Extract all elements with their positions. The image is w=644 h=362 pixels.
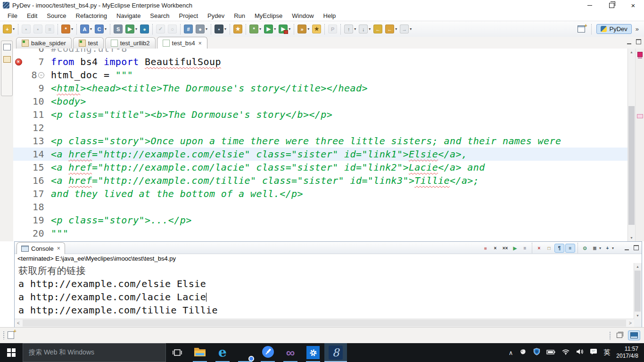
forward-icon[interactable]: →▾ (398, 24, 413, 34)
annotation-column[interactable]: × (13, 55, 24, 68)
code-line[interactable]: <a href="http://example.com/elsie" class… (48, 148, 467, 160)
code-line[interactable]: from bs4 import BeautifulSoup (48, 56, 221, 67)
tab-console[interactable]: Console × (17, 242, 65, 254)
dropdown-arrow-icon[interactable]: ▾ (105, 27, 107, 31)
ime-indicator[interactable]: 英 (603, 348, 610, 357)
dropdown-arrow-icon[interactable]: ▾ (90, 27, 92, 31)
annotation-column[interactable] (13, 214, 24, 227)
trim-drag-handle[interactable] (609, 331, 611, 340)
run-as-icon[interactable]: »▾ (296, 24, 311, 34)
dropdown-arrow-icon[interactable]: ▾ (71, 27, 73, 31)
code-line[interactable]: <a href="http://example.com/tillie" clas… (48, 175, 479, 186)
wifi-icon[interactable] (561, 348, 570, 357)
relaunch-icon[interactable]: ▶ (511, 244, 520, 252)
camera-icon[interactable]: ▪▾ (213, 24, 228, 34)
notification-icon[interactable] (590, 348, 597, 357)
fold-collapse-icon[interactable]: − (38, 72, 44, 78)
toolbar-overflow-button[interactable]: » (635, 25, 640, 33)
new-class-icon[interactable]: C▾ (93, 24, 108, 34)
run-last-icon[interactable]: ▶▾ (277, 24, 292, 34)
code-row[interactable]: 19<p class="story">...</p> (13, 214, 628, 227)
remove-launch-icon[interactable]: × (491, 244, 500, 252)
annotation-column[interactable] (13, 161, 24, 174)
annotation-column[interactable] (13, 82, 24, 95)
run-icon[interactable]: ▶▾ (263, 24, 277, 34)
debug-icon[interactable]: *▾ (248, 24, 263, 34)
scroll-down-icon[interactable]: ▼ (628, 234, 635, 241)
console-fastview-button[interactable] (628, 330, 640, 340)
code-row[interactable]: ×7from bs4 import BeautifulSoup (13, 55, 628, 68)
console-tab-close-icon[interactable]: × (57, 245, 60, 252)
taskbar-app-settings[interactable] (302, 343, 324, 362)
previous-annotation-icon[interactable]: ↑▾ (343, 24, 357, 34)
menu-window[interactable]: Window (287, 11, 318, 20)
minimize-window-icon[interactable] (579, 0, 601, 10)
taskbar-app-pencil-app[interactable] (256, 343, 279, 362)
tab-test_urllib2[interactable]: test_urllib2 (105, 37, 156, 49)
report-design-icon[interactable]: # (182, 24, 194, 34)
scroll-up-icon[interactable]: ▲ (628, 49, 635, 56)
dropdown-arrow-icon[interactable]: ▾ (224, 27, 226, 31)
code-row[interactable]: 14<a href="http://example.com/elsie" cla… (13, 148, 628, 161)
dropdown-arrow-icon[interactable]: ▾ (612, 246, 614, 250)
code-row[interactable]: 11<p class="title"><b>The Dormouse's sto… (13, 108, 628, 121)
dropdown-arrow-icon[interactable]: ▾ (354, 27, 356, 31)
menu-source[interactable]: Source (42, 11, 71, 20)
code-line[interactable]: <a href="http://example.com/lacie" class… (48, 162, 485, 173)
dropdown-arrow-icon[interactable]: ▾ (307, 27, 309, 31)
remove-all-launches-icon[interactable]: ×× (501, 244, 510, 252)
annotation-column[interactable] (13, 68, 24, 82)
scrollbar-thumb[interactable] (23, 320, 626, 327)
new-web-project-icon[interactable]: A▾ (79, 24, 93, 34)
code-line[interactable]: #coding:utf-8 (48, 49, 127, 54)
taskbar-app-visual-studio[interactable]: ∞ (279, 343, 302, 362)
scrollbar-thumb[interactable] (635, 271, 641, 312)
task-view-button[interactable] (166, 343, 189, 362)
code-line[interactable]: and they lived at the bottom of a well.<… (48, 188, 303, 199)
code-row[interactable]: 18 (13, 200, 628, 214)
web-browser-icon[interactable]: ● (139, 24, 150, 34)
annotation-column[interactable] (13, 134, 24, 148)
tab-close-icon[interactable]: × (198, 40, 202, 47)
display-console-icon[interactable]: ≣▾ (590, 244, 602, 252)
minimize-editor-icon[interactable] (627, 40, 631, 44)
tab-test_bs4[interactable]: test_bs4× (157, 37, 207, 49)
annotation-column[interactable] (13, 148, 24, 161)
new-wizard-icon[interactable]: +▾ (1, 24, 16, 34)
dropdown-arrow-icon[interactable]: ▾ (274, 27, 276, 31)
dropdown-arrow-icon[interactable]: ▾ (369, 27, 371, 31)
code-row[interactable]: 6#coding:utf-8 (13, 49, 628, 55)
taskbar-clock[interactable]: 11:57 2017/4/8 (616, 346, 638, 360)
dropdown-arrow-icon[interactable]: ▾ (289, 27, 290, 31)
annotation-column[interactable] (13, 121, 24, 134)
code-editor[interactable]: 6#coding:utf-8×7from bs4 import Beautifu… (13, 49, 628, 241)
code-row[interactable]: 20""" (13, 227, 628, 240)
tab-baike_spider[interactable]: baike_spider (16, 37, 72, 49)
menu-project[interactable]: Project (174, 11, 203, 20)
code-row[interactable]: 9<html><head><title>The Dormouse's story… (13, 82, 628, 95)
restore-window-icon[interactable] (601, 0, 622, 10)
annotation-column[interactable] (13, 95, 24, 108)
code-line[interactable]: <p class="story">...</p> (48, 214, 192, 226)
dropdown-arrow-icon[interactable]: ▾ (135, 27, 137, 31)
editor-vertical-scrollbar[interactable]: ▲ ▼ (627, 49, 636, 241)
console-vertical-scrollbar[interactable]: ▲ ▼ (634, 263, 642, 319)
taskbar-app-myeclipse[interactable]: 8 (324, 343, 347, 362)
taskbar-app-chrome[interactable] (234, 343, 256, 362)
annotation-column[interactable] (13, 227, 24, 240)
app-server-icon[interactable]: S (112, 24, 124, 34)
fast-view-icon[interactable] (8, 331, 14, 339)
scrollbar-thumb[interactable] (628, 106, 635, 225)
open-console-icon[interactable]: +▾ (603, 244, 615, 252)
import-folder-icon[interactable]: ★ (232, 24, 244, 34)
menu-edit[interactable]: Edit (22, 11, 42, 20)
word-wrap-icon[interactable]: ¶ (554, 244, 564, 253)
scroll-up-icon[interactable]: ▲ (634, 263, 641, 270)
code-row[interactable]: 10<body> (13, 95, 628, 108)
dropdown-arrow-icon[interactable]: ▾ (599, 246, 601, 250)
error-overview-marker[interactable] (637, 52, 643, 57)
console-output[interactable]: 获取所有的链接a http://example.com/elsie Elsiea… (15, 263, 634, 319)
menu-file[interactable]: File (3, 11, 22, 20)
dropdown-arrow-icon[interactable]: ▾ (395, 27, 397, 31)
annotation-column[interactable] (13, 200, 24, 214)
